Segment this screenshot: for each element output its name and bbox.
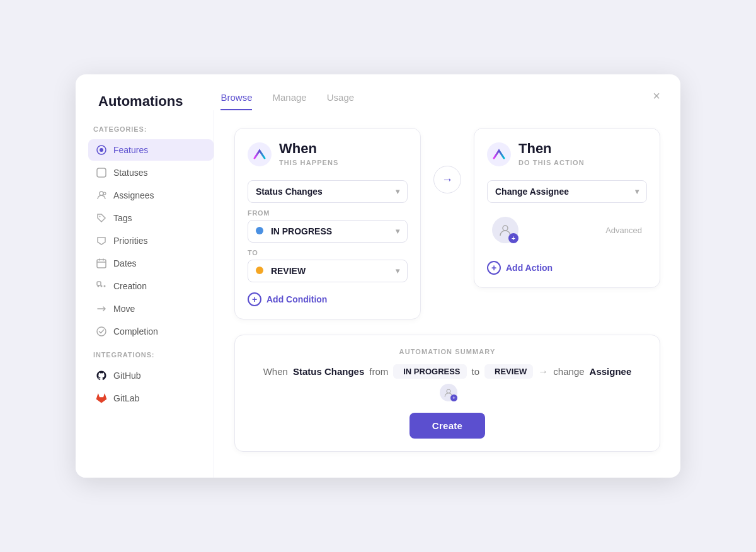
when-card-header: When THIS HAPPENS [248, 141, 408, 168]
summary-review-value: REVIEW [495, 367, 527, 376]
sidebar-item-tags[interactable]: Tags [88, 207, 214, 229]
sidebar-item-github[interactable]: GitHub [88, 365, 214, 386]
from-label: FROM [248, 209, 408, 217]
from-select-row: FROM IN PROGRESS ▾ [248, 209, 408, 243]
add-action-icon: + [487, 261, 501, 275]
add-condition-label: Add Condition [266, 294, 327, 304]
features-icon [96, 144, 107, 156]
svg-point-3 [100, 192, 103, 195]
sidebar-item-gitlab[interactable]: GitLab [88, 388, 214, 409]
tags-icon [96, 212, 107, 224]
sidebar-item-label: Tags [113, 213, 132, 223]
sidebar-item-label: Creation [113, 281, 147, 291]
tabs-container: Browse Manage Usage [220, 92, 354, 110]
modal-title: Automations [98, 93, 183, 110]
trigger-select-row: Status Changes ▾ [248, 180, 408, 203]
modal-body: CATEGORIES: Features Statuse [76, 110, 680, 478]
svg-point-12 [248, 142, 272, 166]
summary-change: change [553, 366, 584, 377]
sidebar-item-label: Features [113, 145, 148, 155]
sidebar-item-priorities[interactable]: Priorities [88, 230, 214, 251]
when-title: When [279, 141, 339, 156]
svg-point-5 [100, 216, 101, 217]
tab-browse[interactable]: Browse [220, 92, 252, 110]
add-condition-icon: + [248, 292, 261, 306]
to-dot [256, 267, 263, 274]
github-icon [96, 370, 107, 381]
then-subtitle: DO THIS ACTION [518, 159, 585, 166]
then-card-header: Then DO THIS ACTION [487, 141, 647, 168]
summary-status-changes: Status Changes [293, 366, 364, 377]
from-dot [256, 227, 263, 234]
when-card-icon [248, 142, 272, 166]
from-select[interactable]: IN PROGRESS ▾ [248, 220, 408, 243]
summary-when: When [263, 366, 288, 377]
sidebar-item-label: Move [113, 304, 135, 314]
summary-label: AUTOMATION SUMMARY [253, 348, 642, 355]
sidebar-item-label: Statuses [113, 168, 147, 178]
create-button[interactable]: Create [410, 413, 486, 439]
close-button[interactable]: × [653, 89, 660, 102]
add-action-button[interactable]: + Add Action [487, 261, 647, 275]
integrations-label: INTEGRATIONS: [88, 351, 214, 359]
assignee-placeholder: + Advanced [487, 209, 647, 251]
sidebar-item-statuses[interactable]: Statuses [88, 162, 214, 183]
summary-arrow-icon: → [538, 366, 548, 377]
from-content: IN PROGRESS [256, 226, 332, 236]
main-content: When THIS HAPPENS Status Changes ▾ FROM [214, 110, 680, 478]
completion-icon [96, 326, 107, 337]
summary-review-badge: REVIEW [484, 364, 533, 379]
assignee-add-icon: + [508, 233, 518, 243]
then-title: Then [518, 141, 585, 156]
svg-point-13 [487, 142, 511, 166]
svg-rect-10 [97, 282, 101, 285]
sidebar-item-completion[interactable]: Completion [88, 321, 214, 342]
sidebar-item-move[interactable]: Move [88, 298, 214, 319]
summary-text: When Status Changes from IN PROGRESS to … [253, 364, 642, 401]
tab-usage[interactable]: Usage [327, 92, 354, 110]
to-label: TO [248, 249, 408, 256]
trigger-chevron: ▾ [396, 187, 399, 196]
modal-header: Automations Browse Manage Usage × [76, 74, 680, 110]
sidebar-item-creation[interactable]: Creation [88, 275, 214, 297]
move-icon [96, 303, 107, 314]
sidebar-item-assignees[interactable]: Assignees [88, 185, 214, 206]
then-card-title-group: Then DO THIS ACTION [518, 141, 585, 168]
then-card: Then DO THIS ACTION Change Assignee ▾ [474, 128, 660, 288]
to-select[interactable]: REVIEW ▾ [248, 260, 408, 282]
to-select-row: TO REVIEW ▾ [248, 249, 408, 282]
sidebar-item-label: GitLab [113, 393, 139, 403]
summary-assignee-avatar: + [440, 384, 457, 401]
from-value: IN PROGRESS [271, 226, 332, 236]
creation-icon [96, 280, 107, 292]
sidebar: CATEGORIES: Features Statuse [76, 110, 214, 478]
priorities-icon [96, 235, 107, 246]
summary-in-progress-value: IN PROGRESS [403, 367, 460, 376]
advanced-link[interactable]: Advanced [605, 226, 642, 235]
automation-summary: AUTOMATION SUMMARY When Status Changes f… [234, 335, 660, 452]
arrow-connector: → [433, 128, 461, 193]
tab-manage[interactable]: Manage [272, 92, 306, 110]
sidebar-item-label: Priorities [113, 236, 147, 246]
svg-rect-2 [97, 168, 106, 177]
add-condition-button[interactable]: + Add Condition [248, 292, 408, 306]
sidebar-item-label: GitHub [113, 371, 141, 381]
sidebar-item-features[interactable]: Features [88, 139, 214, 161]
action-chevron: ▾ [635, 187, 639, 196]
svg-point-9 [104, 285, 106, 287]
gitlab-icon [96, 393, 107, 404]
svg-point-11 [97, 327, 106, 336]
trigger-select[interactable]: Status Changes ▾ [248, 180, 408, 203]
svg-rect-6 [97, 260, 106, 268]
to-content: REVIEW [256, 266, 306, 276]
sidebar-item-label: Assignees [113, 190, 154, 200]
action-value: Change Assignee [495, 187, 569, 197]
action-select-row: Change Assignee ▾ [487, 180, 647, 203]
svg-point-14 [503, 226, 508, 231]
summary-avatar-plus: + [450, 394, 457, 401]
action-select[interactable]: Change Assignee ▾ [487, 180, 647, 203]
sidebar-item-dates[interactable]: Dates [88, 253, 214, 274]
to-value: REVIEW [271, 266, 306, 276]
summary-to: to [472, 366, 480, 377]
assignee-avatar[interactable]: + [492, 217, 518, 243]
